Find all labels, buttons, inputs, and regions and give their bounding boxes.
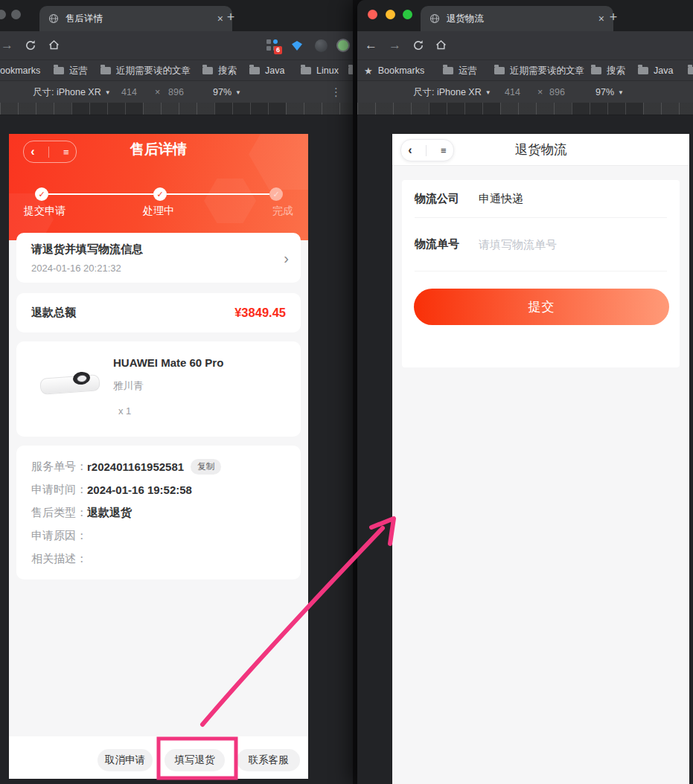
- bookmark-folder[interactable]: 近期需要读的文章: [494, 60, 584, 81]
- logistics-notice-card[interactable]: 请退货并填写物流信息 2024-01-16 20:21:32 ›: [16, 233, 301, 283]
- bookmarks-label: Bookmarks: [378, 65, 425, 76]
- bookmark-folder[interactable]: [348, 60, 353, 81]
- bookmarks-bar: ookmarks 运营 近期需要读的文章 搜索 Java Linux: [0, 60, 353, 81]
- step-pending-icon: ✓: [269, 187, 283, 201]
- caret-down-icon: ▼: [235, 89, 241, 96]
- product-qty: x 1: [118, 405, 131, 417]
- folder-icon: [301, 67, 311, 74]
- device-select[interactable]: 尺寸: iPhone XR▼: [413, 81, 491, 103]
- tracking-number-input[interactable]: [479, 238, 667, 251]
- traffic-light-icon[interactable]: [11, 10, 21, 19]
- copy-button[interactable]: 复制: [191, 459, 221, 475]
- tab-strip: 退货物流 × +: [357, 0, 693, 31]
- detail-row: 服务单号： r202401161952581 复制: [31, 455, 286, 478]
- courier-value: 申通快递: [479, 192, 523, 206]
- contact-service-button[interactable]: 联系客服: [237, 749, 300, 771]
- phone-screen-logistics: ‹ ≡ 退货物流 物流公司 申通快递 物流单号 提交: [392, 134, 689, 784]
- submit-button[interactable]: 提交: [414, 289, 669, 325]
- home-icon[interactable]: [48, 39, 60, 51]
- reload-icon[interactable]: [412, 39, 424, 51]
- bookmark-folder[interactable]: Linux: [301, 60, 339, 81]
- folder-icon: [54, 67, 64, 74]
- tab-return-logistics[interactable]: 退货物流 ×: [421, 6, 613, 31]
- bookmark-folder[interactable]: Java: [249, 60, 284, 81]
- profile-avatar[interactable]: [336, 39, 350, 52]
- product-image: [39, 365, 101, 402]
- step-done-icon: ✓: [35, 187, 48, 201]
- page-title: 售后详情: [9, 140, 308, 159]
- notice-title: 请退货并填写物流信息: [31, 242, 143, 257]
- product-variant: 雅川青: [113, 379, 144, 393]
- more-menu-icon[interactable]: ⋮: [330, 81, 342, 103]
- device-height[interactable]: 896: [549, 81, 565, 103]
- ruler: [0, 103, 353, 115]
- tracking-row: 物流单号: [415, 217, 667, 271]
- bookmark-folder[interactable]: 运营: [54, 60, 88, 81]
- back-icon[interactable]: ←: [365, 38, 377, 53]
- extension-gem-icon[interactable]: [292, 41, 302, 51]
- folder-icon: [638, 67, 648, 74]
- times-icon: ×: [155, 81, 160, 103]
- step-done-icon: ✓: [153, 187, 167, 201]
- phone-screen-aftersale: ‹ ≡ 售后详情 ✓ ✓ ✓ 提交申请 处理中 完成 请退货并填写物流信息 20…: [9, 134, 308, 779]
- device-width[interactable]: 414: [505, 81, 520, 103]
- new-tab-button[interactable]: +: [222, 8, 240, 26]
- product-name: HUAWEI Mate 60 Pro: [113, 356, 223, 369]
- folder-icon: [348, 67, 353, 74]
- step-label: 处理中: [9, 205, 308, 218]
- bookmark-folder[interactable]: 近期需要读的文章: [100, 60, 191, 81]
- bookmarks-manager[interactable]: ookmarks: [0, 60, 40, 81]
- cancel-apply-button[interactable]: 取消申请: [98, 749, 153, 771]
- folder-icon: [591, 67, 601, 74]
- divider: [415, 271, 667, 271]
- refund-card: 退款总额 ¥3849.45: [16, 293, 301, 332]
- bookmark-folder[interactable]: 搜索: [591, 60, 625, 81]
- forward-icon[interactable]: →: [389, 38, 401, 53]
- bookmarks-manager[interactable]: ★ Bookmarks: [364, 60, 424, 81]
- logistics-form-card: 物流公司 申通快递 物流单号 提交: [402, 180, 680, 367]
- bookmarks-bar: ★ Bookmarks 运营 近期需要读的文章 搜索 Java: [357, 60, 693, 81]
- traffic-light-icon[interactable]: [0, 10, 6, 19]
- maximize-window-icon[interactable]: [403, 10, 412, 19]
- chevron-right-icon: ›: [284, 249, 289, 266]
- fill-return-button[interactable]: 填写退货: [165, 749, 225, 771]
- minimize-window-icon[interactable]: [386, 10, 395, 19]
- folder-icon: [202, 67, 213, 74]
- zoom-select[interactable]: 97%▼: [213, 81, 241, 103]
- caret-down-icon: ▼: [485, 89, 491, 96]
- tab-title: 退货物流: [447, 13, 592, 25]
- app-header: ‹ ≡ 退货物流: [392, 134, 689, 166]
- caret-down-icon: ▼: [105, 89, 111, 96]
- new-tab-button[interactable]: +: [604, 8, 622, 26]
- tab-aftersale-detail[interactable]: 售后详情 ×: [39, 6, 232, 31]
- product-card[interactable]: HUAWEI Mate 60 Pro 雅川青 x 1: [16, 341, 301, 437]
- caret-down-icon: ▼: [618, 89, 624, 96]
- bookmark-folder[interactable]: 运营: [443, 60, 477, 81]
- tab-close-icon[interactable]: ×: [598, 13, 604, 24]
- detail-row: 售后类型： 退款退货: [31, 501, 286, 524]
- step-line: [167, 193, 269, 195]
- device-height[interactable]: 896: [168, 81, 184, 103]
- courier-row[interactable]: 物流公司 申通快递: [415, 180, 667, 217]
- globe-icon: [429, 13, 440, 24]
- bookmark-folder[interactable]: [688, 60, 693, 81]
- refund-label: 退款总额: [31, 306, 76, 320]
- device-width[interactable]: 414: [121, 81, 137, 103]
- detail-row: 相关描述：: [31, 547, 286, 571]
- desktop: 售后详情 × + → 127.0.0.1:3000/#/pa…: [0, 0, 693, 784]
- folder-icon: [494, 67, 505, 74]
- times-icon: ×: [537, 81, 543, 103]
- zoom-select[interactable]: 97%▼: [595, 81, 624, 103]
- close-window-icon[interactable]: [368, 10, 377, 19]
- extension-icon[interactable]: 6: [266, 39, 278, 51]
- bookmarks-label: ookmarks: [0, 65, 40, 76]
- notice-time: 2024-01-16 20:21:32: [31, 263, 121, 274]
- extension-orb-icon[interactable]: [315, 39, 328, 52]
- device-select[interactable]: 尺寸: iPhone XR▼: [33, 81, 111, 103]
- forward-icon[interactable]: →: [1, 38, 13, 53]
- reload-icon[interactable]: [25, 39, 36, 51]
- bookmark-folder[interactable]: Java: [638, 60, 673, 81]
- home-icon[interactable]: [435, 39, 447, 51]
- bookmark-folder[interactable]: 搜索: [202, 60, 237, 81]
- globe-icon: [48, 13, 59, 24]
